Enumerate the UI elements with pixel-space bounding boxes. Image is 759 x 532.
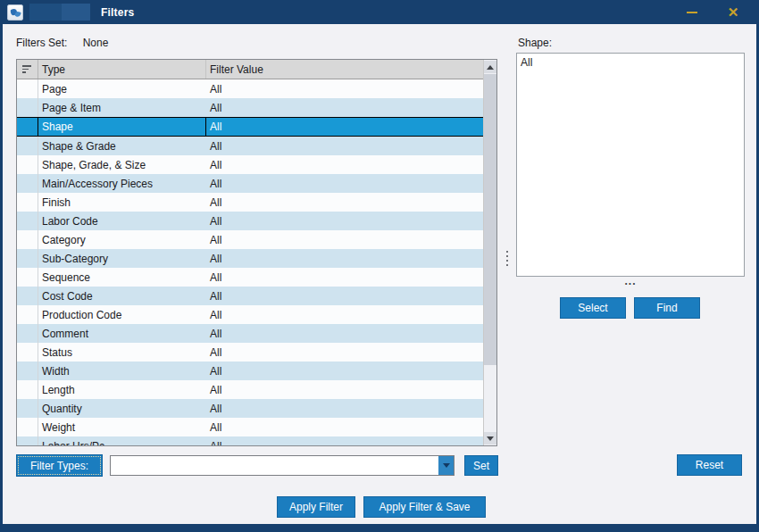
row-selector-cell[interactable] [17,98,38,117]
minimize-button[interactable] [671,0,713,24]
filters-set-label: Filters Set: [16,37,67,49]
row-type-cell: Shape & Grade [38,137,206,155]
row-type-cell: Weight [38,418,206,436]
set-button[interactable]: Set [464,455,498,476]
select-button[interactable]: Select [560,297,626,319]
apply-filter-save-button[interactable]: Apply Filter & Save [363,496,486,518]
header-type[interactable]: Type [38,60,206,79]
title-bar: Filters ✕ [0,0,759,24]
row-selector-cell[interactable] [17,418,38,436]
filters-dialog: Filters ✕ Filters Set: None Type Filter … [0,0,759,532]
table-row[interactable]: Sub-CategoryAll [17,249,483,268]
table-row[interactable]: Page & ItemAll [17,98,483,117]
row-selector-cell[interactable] [17,305,38,324]
header-selector-cell[interactable] [17,60,38,79]
row-value-cell: All [206,305,483,324]
row-value-cell: All [206,380,483,399]
scroll-up-button[interactable] [484,61,496,73]
row-type-cell: Page [38,79,206,98]
row-value-cell: All [206,212,483,230]
table-row[interactable]: Shape, Grade, & SizeAll [17,155,483,174]
row-value-cell: All [206,268,483,287]
row-selector-cell[interactable] [17,436,38,445]
filter-combo-input[interactable] [111,456,438,475]
row-type-cell: Shape [38,118,206,136]
row-type-cell: Status [38,343,206,362]
row-selector-cell[interactable] [17,268,38,287]
table-row[interactable]: ShapeAll [17,117,483,137]
table-row[interactable]: CategoryAll [17,230,483,249]
filters-set-value: None [83,37,109,49]
find-button[interactable]: Find [634,297,700,319]
table-row[interactable]: StatusAll [17,343,483,362]
combo-dropdown-button[interactable] [438,456,454,475]
filter-combo [110,455,455,476]
arrow-down-icon [487,436,494,441]
row-value-cell: All [206,137,483,155]
apply-filter-button[interactable]: Apply Filter [277,496,355,518]
table-row[interactable]: Labor Hrs/PcAll [17,436,483,445]
filter-types-button[interactable]: Filter Types: [16,454,103,477]
row-selector-cell[interactable] [17,193,38,212]
row-type-cell: Category [38,230,206,249]
row-value-cell: All [206,230,483,249]
app-icon [7,4,23,21]
redacted-app-name [29,4,62,21]
header-filter-value[interactable]: Filter Value [206,60,483,79]
row-selector-cell[interactable] [17,174,38,193]
row-value-cell: All [206,343,483,362]
shape-value-list[interactable]: All [516,53,745,277]
row-selector-cell[interactable] [17,249,38,268]
table-row[interactable]: Production CodeAll [17,305,483,324]
shape-panel-label: Shape: [518,37,552,49]
redacted-app-name [62,4,90,21]
close-button[interactable]: ✕ [713,0,754,24]
row-selector-cell[interactable] [17,343,38,362]
filter-types-table: Type Filter Value PageAllPage & ItemAllS… [16,59,497,446]
vertical-scrollbar[interactable] [483,60,496,445]
scrollbar-thumb[interactable] [484,74,496,365]
row-value-cell: All [206,362,483,380]
table-row[interactable]: CommentAll [17,324,483,343]
row-selector-cell[interactable] [17,118,38,136]
row-type-cell: Shape, Grade, & Size [38,155,206,174]
row-selector-cell[interactable] [17,380,38,399]
table-row[interactable]: Labor CodeAll [17,212,483,230]
list-resize-handle[interactable]: ... [516,275,745,287]
table-row[interactable]: WeightAll [17,418,483,436]
row-selector-cell[interactable] [17,230,38,249]
chevron-down-icon [443,463,450,468]
row-value-cell: All [206,193,483,212]
panel-splitter-handle[interactable] [504,246,511,270]
row-selector-cell[interactable] [17,212,38,230]
row-selector-cell[interactable] [17,79,38,98]
row-selector-cell[interactable] [17,155,38,174]
table-row[interactable]: QuantityAll [17,399,483,418]
reset-button[interactable]: Reset [677,454,742,476]
table-row[interactable]: Main/Accessory PiecesAll [17,174,483,193]
minimize-icon [687,12,697,13]
row-value-cell: All [206,324,483,343]
row-value-cell: All [206,174,483,193]
row-value-cell: All [206,418,483,436]
list-item[interactable]: All [521,55,740,70]
row-type-cell: Production Code [38,305,206,324]
table-row[interactable]: Cost CodeAll [17,287,483,305]
row-type-cell: Labor Hrs/Pc [38,436,206,445]
table-row[interactable]: PageAll [17,79,483,98]
row-selector-cell[interactable] [17,362,38,380]
table-row[interactable]: Shape & GradeAll [17,137,483,155]
row-type-cell: Main/Accessory Pieces [38,174,206,193]
row-selector-cell[interactable] [17,137,38,155]
row-type-cell: Cost Code [38,287,206,305]
table-row[interactable]: WidthAll [17,362,483,380]
row-selector-cell[interactable] [17,399,38,418]
row-value-cell: All [206,79,483,98]
table-row[interactable]: LengthAll [17,380,483,399]
row-value-cell: All [206,98,483,117]
table-row[interactable]: SequenceAll [17,268,483,287]
table-row[interactable]: FinishAll [17,193,483,212]
row-selector-cell[interactable] [17,324,38,343]
scroll-down-button[interactable] [484,432,496,445]
row-selector-cell[interactable] [17,287,38,305]
